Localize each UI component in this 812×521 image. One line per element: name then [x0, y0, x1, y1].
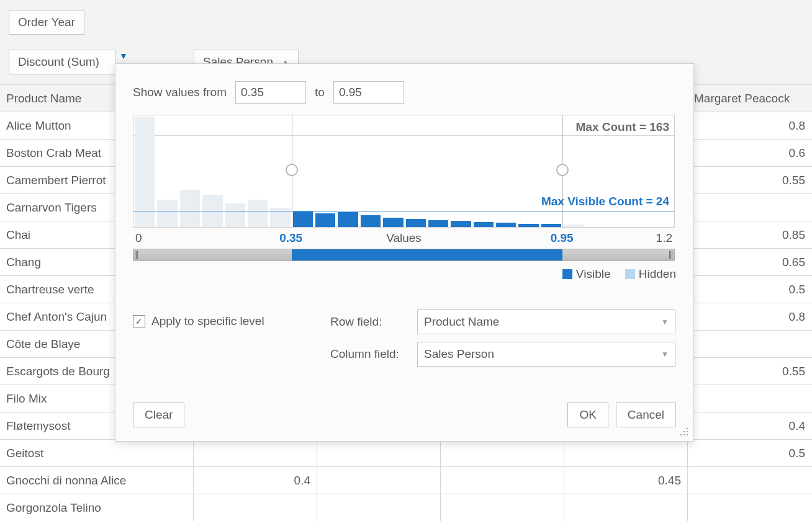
- data-cell[interactable]: 0.45: [564, 467, 688, 494]
- apply-to-level-checkbox[interactable]: ✓: [133, 315, 145, 327]
- histogram-legend: Visible Hidden: [133, 267, 676, 281]
- to-value-input[interactable]: [333, 81, 404, 104]
- field-label: Order Year: [18, 16, 75, 29]
- data-cell[interactable]: [688, 331, 811, 357]
- histogram-bar: [496, 223, 516, 227]
- data-cell[interactable]: [688, 194, 811, 221]
- histogram-bar: [293, 211, 313, 227]
- row-header[interactable]: Geitost: [0, 440, 194, 466]
- data-cell[interactable]: [194, 440, 317, 466]
- histogram-bar: [428, 220, 448, 227]
- row-header[interactable]: Gorgonzola Telino: [0, 494, 194, 521]
- data-cell[interactable]: [564, 440, 688, 466]
- column-field-combo[interactable]: Sales Person ▼: [417, 342, 675, 367]
- data-cell[interactable]: [194, 494, 317, 521]
- histogram-bar: [338, 212, 358, 227]
- value-filter-dialog: Show values from to Max Count = 163 Max …: [115, 63, 694, 442]
- histogram-axis: 0 0.35 Values 0.95 1.2: [133, 231, 675, 249]
- histogram-bar: [180, 190, 200, 227]
- chevron-down-icon: ▼: [661, 318, 669, 326]
- range-scrollbar[interactable]: [133, 249, 675, 261]
- data-cell[interactable]: 0.4: [688, 412, 811, 439]
- data-field-discount-sum[interactable]: Discount (Sum): [9, 50, 115, 74]
- data-cell[interactable]: 0.5: [688, 276, 811, 303]
- histogram[interactable]: Max Count = 163 Max Visible Count = 24: [133, 115, 675, 228]
- data-cell[interactable]: 0.4: [194, 467, 317, 494]
- data-cell[interactable]: [441, 467, 564, 494]
- data-cell[interactable]: [688, 467, 811, 494]
- range-handle-low[interactable]: [286, 164, 298, 176]
- legend-swatch-visible: [562, 269, 572, 279]
- filter-icon[interactable]: ▼: [119, 51, 128, 61]
- data-cell[interactable]: [317, 440, 441, 466]
- apply-to-level-label: Apply to specific level: [151, 314, 264, 328]
- data-cell[interactable]: [317, 494, 441, 521]
- data-cell[interactable]: 0.55: [688, 167, 811, 194]
- row-field-label: Row field:: [330, 315, 405, 329]
- histogram-bar: [248, 200, 268, 227]
- legend-swatch-hidden: [625, 269, 635, 279]
- histogram-bar: [157, 200, 177, 227]
- visible-count-line: [133, 211, 674, 212]
- data-cell[interactable]: 0.55: [688, 358, 811, 385]
- column-field-label: Column field:: [330, 347, 405, 361]
- cancel-button[interactable]: Cancel: [616, 403, 676, 427]
- data-cell[interactable]: [564, 494, 688, 521]
- data-cell[interactable]: 0.8: [688, 112, 811, 139]
- data-cell[interactable]: 0.65: [688, 249, 811, 275]
- chevron-down-icon: ▼: [661, 350, 669, 358]
- data-cell[interactable]: 0.8: [688, 303, 811, 330]
- ok-button[interactable]: OK: [567, 403, 608, 427]
- histogram-bar: [541, 224, 561, 227]
- field-label: Discount (Sum): [18, 55, 99, 69]
- max-count-label: Max Count = 163: [576, 120, 669, 134]
- data-cell[interactable]: 0.6: [688, 140, 811, 166]
- axis-tick-high: 0.95: [551, 231, 574, 245]
- histogram-bar: [474, 222, 494, 227]
- range-fill: [292, 249, 563, 260]
- data-cell[interactable]: [688, 494, 811, 521]
- data-cell[interactable]: 0.5: [688, 440, 811, 466]
- table-row: Geitost0.5: [0, 440, 812, 467]
- data-cell[interactable]: [441, 440, 564, 466]
- histogram-bar: [406, 219, 426, 227]
- axis-tick-max: 1.2: [656, 231, 672, 245]
- clear-button[interactable]: Clear: [133, 403, 184, 427]
- histogram-bar: [451, 221, 471, 227]
- table-row: Gnocchi di nonna Alice0.40.45: [0, 467, 812, 494]
- max-visible-count-label: Max Visible Count = 24: [541, 195, 669, 208]
- column-header-margaret-peacock[interactable]: Margaret Peacock: [688, 85, 811, 112]
- to-label: to: [315, 86, 325, 99]
- histogram-bar: [361, 215, 381, 227]
- data-cell[interactable]: [688, 385, 811, 412]
- table-row: Gorgonzola Telino: [0, 494, 812, 521]
- histogram-bar: [383, 218, 403, 227]
- pivot-grid: Order Year Discount (Sum) ▼ Sales Person…: [0, 0, 812, 521]
- data-cell[interactable]: [441, 494, 564, 521]
- range-grip-right: [669, 251, 673, 259]
- histogram-bar: [518, 224, 538, 227]
- range-handle-high[interactable]: [556, 164, 569, 176]
- data-cell[interactable]: [317, 467, 441, 494]
- histogram-bar: [225, 203, 245, 227]
- resize-grip-icon[interactable]: [680, 427, 690, 437]
- histogram-bar: [564, 225, 584, 227]
- data-cell[interactable]: 0.85: [688, 221, 811, 248]
- range-grip-left: [135, 251, 138, 259]
- axis-tick-low: 0.35: [279, 231, 302, 245]
- from-value-input[interactable]: [235, 81, 306, 104]
- histogram-bar: [315, 213, 335, 227]
- row-header[interactable]: Gnocchi di nonna Alice: [0, 467, 194, 494]
- axis-label-values: Values: [386, 231, 422, 245]
- axis-tick-min: 0: [135, 231, 142, 245]
- row-field-combo[interactable]: Product Name ▼: [417, 309, 675, 334]
- show-values-from-label: Show values from: [133, 86, 227, 99]
- filter-field-order-year[interactable]: Order Year: [9, 10, 84, 35]
